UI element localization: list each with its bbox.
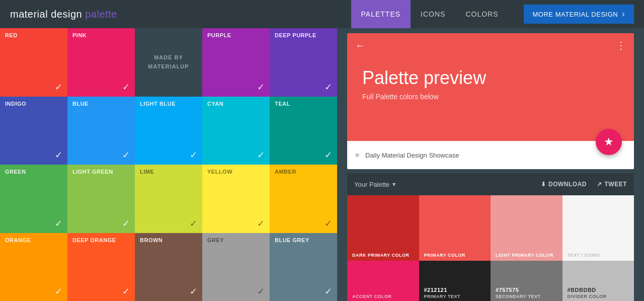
check-icon: ✓: [325, 149, 332, 161]
color-swatch-grey[interactable]: GREY ✓: [202, 233, 270, 302]
palette-swatch2-label: SECONDARY TEXT: [496, 294, 557, 299]
check-icon: ✓: [55, 82, 62, 93]
check-icon: ✓: [190, 286, 197, 297]
palette-swatch-label: TEXT / ICONS: [568, 253, 629, 258]
color-swatch-green[interactable]: GREEN ✓: [0, 165, 67, 233]
fab-button[interactable]: ★: [596, 129, 622, 155]
color-swatch-purple[interactable]: PURPLE ✓: [202, 28, 270, 97]
more-material-design-button[interactable]: MORE MATERIAL DESIGN ›: [524, 5, 634, 24]
palette-swatch2-label: ACCENT COLOR: [352, 294, 414, 299]
palette-grid: RED ✓ PINK ✓ MADE BYMATERIALUP PURPLE ✓ …: [0, 28, 337, 301]
color-swatch-pink[interactable]: PINK ✓: [67, 28, 135, 97]
back-icon[interactable]: ←: [355, 40, 365, 51]
palette-swatch-text-icons[interactable]: TEXT / ICONS: [562, 195, 634, 261]
check-icon: ✓: [257, 218, 265, 229]
preview-body: Palette preview Full Palette colors belo…: [347, 57, 634, 131]
check-icon: ✓: [257, 82, 265, 93]
swatch-name: PURPLE: [207, 32, 265, 38]
logo: material design palette: [10, 9, 117, 20]
swatch-name: INDIGO: [5, 101, 62, 107]
main-content: RED ✓ PINK ✓ MADE BYMATERIALUP PURPLE ✓ …: [0, 28, 644, 301]
swatch-name: LIGHT GREEN: [72, 169, 130, 175]
check-icon: ✓: [325, 218, 332, 229]
color-swatch-teal[interactable]: TEAL ✓: [270, 97, 337, 165]
more-icon[interactable]: ⋮: [616, 39, 626, 51]
header: material design palette PALETTES ICONS C…: [0, 0, 644, 28]
palette-swatch-primary-color[interactable]: PRIMARY COLOR: [419, 195, 491, 261]
swatch-name: RED: [5, 32, 62, 38]
color-swatch-amber[interactable]: AMBER ✓: [270, 165, 337, 233]
download-button[interactable]: ⬇ DOWNLOAD: [541, 181, 587, 188]
check-icon: ✓: [190, 149, 197, 161]
palette-swatch-label: LIGHT PRIMARY COLOR: [496, 253, 557, 258]
check-icon: ✓: [55, 149, 62, 161]
download-icon: ⬇: [541, 181, 546, 188]
tab-colors[interactable]: COLORS: [455, 0, 508, 28]
tab-palettes[interactable]: PALETTES: [351, 0, 411, 28]
check-icon: ✓: [55, 286, 62, 297]
color-swatch-brown[interactable]: BROWN ✓: [135, 233, 202, 302]
color-swatch-lime[interactable]: LIME ✓: [135, 165, 202, 233]
palette-swatch2-label: PRIMARY TEXT: [424, 294, 486, 299]
color-swatch-light-green[interactable]: LIGHT GREEN ✓: [67, 165, 135, 233]
color-swatch-deep-purple[interactable]: DEEP PURPLE ✓: [270, 28, 337, 97]
color-swatch-deep-orange[interactable]: DEEP ORANGE ✓: [67, 233, 135, 302]
made-by-text: MADE BYMATERIALUP: [148, 53, 189, 71]
tab-icons[interactable]: ICONS: [411, 0, 455, 28]
color-swatch-indigo[interactable]: INDIGO ✓: [0, 97, 67, 165]
palette-swatch-label: DARK PRIMARY COLOR: [352, 253, 414, 258]
palette-swatch-light-primary-color[interactable]: LIGHT PRIMARY COLOR: [491, 195, 562, 261]
right-panel: ← ⋮ Palette preview Full Palette colors …: [337, 28, 644, 301]
your-palette-label[interactable]: Your Palette ▾: [354, 181, 395, 188]
check-icon: ✓: [257, 286, 265, 297]
swatch-name: PINK: [72, 32, 130, 38]
palette-swatch2-label: DIVIDER COLOR: [568, 294, 629, 299]
preview-card: ← ⋮ Palette preview Full Palette colors …: [347, 33, 634, 169]
nav-tabs: PALETTES ICONS COLORS: [351, 0, 509, 28]
check-icon: ✓: [122, 82, 130, 93]
palette-swatch-label: PRIMARY COLOR: [424, 253, 486, 258]
swatch-name: AMBER: [275, 169, 332, 175]
check-icon: ✓: [55, 218, 62, 229]
color-swatch-blue-grey[interactable]: BLUE GREY ✓: [270, 233, 337, 302]
check-icon: ✓: [325, 82, 332, 93]
palette-swatch2-secondary-text[interactable]: #757575 SECONDARY TEXT: [491, 261, 562, 301]
swatch-name: BLUE: [72, 101, 130, 107]
swatch-name: ORANGE: [5, 237, 62, 243]
color-swatch-blue[interactable]: BLUE ✓: [67, 97, 135, 165]
color-swatch-cyan[interactable]: CYAN ✓: [202, 97, 270, 165]
logo-material: material design: [10, 9, 85, 20]
check-icon: ✓: [190, 218, 197, 229]
check-icon: ✓: [122, 218, 130, 229]
palette-swatch2-accent-color[interactable]: ACCENT COLOR: [347, 261, 419, 301]
tweet-button[interactable]: ↗ TWEET: [597, 181, 627, 188]
color-swatch-light-blue[interactable]: LIGHT BLUE ✓: [135, 97, 202, 165]
preview-dot: [355, 153, 359, 157]
preview-title: Palette preview: [362, 67, 619, 89]
palette-swatch2-primary-text[interactable]: #212121 PRIMARY TEXT: [419, 261, 491, 301]
palette-swatch-hex: #757575: [496, 287, 557, 293]
swatch-name: TEAL: [275, 101, 332, 107]
swatch-name: LIME: [140, 169, 197, 175]
swatch-name: CYAN: [207, 101, 265, 107]
check-icon: ✓: [122, 286, 130, 297]
share-icon: ↗: [597, 181, 602, 188]
check-icon: ✓: [257, 149, 265, 161]
color-swatch-yellow[interactable]: YELLOW ✓: [202, 165, 270, 233]
swatch-name: GREEN: [5, 169, 62, 175]
color-swatch-made_by[interactable]: MADE BYMATERIALUP: [135, 28, 202, 97]
palette-bar-actions: ⬇ DOWNLOAD ↗ TWEET: [541, 181, 627, 188]
arrow-icon: ›: [622, 10, 625, 19]
your-palette-bar: Your Palette ▾ ⬇ DOWNLOAD ↗ TWEET: [347, 173, 634, 195]
swatch-name: DEEP ORANGE: [72, 237, 130, 243]
swatch-name: YELLOW: [207, 169, 265, 175]
palette-swatch-dark-primary-color[interactable]: DARK PRIMARY COLOR: [347, 195, 419, 261]
preview-bottom-bar: Daily Material Design Showcase: [347, 141, 634, 169]
palette-swatches-row2: ACCENT COLOR #212121 PRIMARY TEXT #75757…: [347, 261, 634, 301]
palette-swatch2-divider-color[interactable]: #BDBDBD DIVIDER COLOR: [562, 261, 634, 301]
color-swatch-red[interactable]: RED ✓: [0, 28, 67, 97]
palette-swatches-row1: DARK PRIMARY COLORPRIMARY COLORLIGHT PRI…: [347, 195, 634, 261]
palette-swatch-hex: #BDBDBD: [568, 287, 629, 293]
color-swatch-orange[interactable]: ORANGE ✓: [0, 233, 67, 302]
preview-toolbar: ← ⋮: [347, 33, 634, 57]
